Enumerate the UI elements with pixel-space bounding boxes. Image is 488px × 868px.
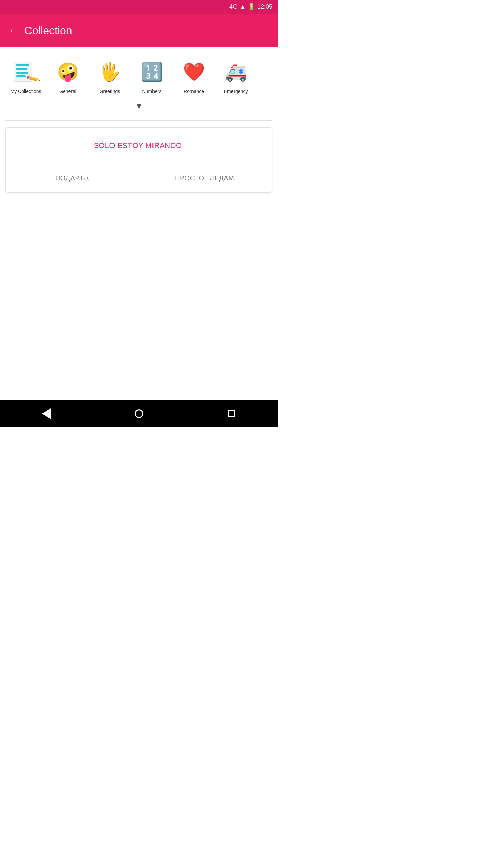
- emergency-emoji: 🚑: [225, 63, 247, 81]
- category-label-emergency: Emergency: [224, 88, 248, 94]
- bottom-nav: [0, 400, 278, 427]
- romance-emoji: ❤️: [183, 63, 205, 81]
- nav-home-button[interactable]: [129, 403, 149, 424]
- signal-icon: ▲: [240, 3, 246, 11]
- category-item-emergency[interactable]: 🚑 Emergency: [216, 54, 256, 98]
- category-label-my-collections: My Collections: [10, 88, 41, 94]
- category-item-romance[interactable]: ❤️ Romance: [174, 54, 214, 98]
- app-bar: ← Collection: [0, 14, 278, 47]
- numbers-emoji: 🔢: [141, 63, 163, 81]
- category-item-numbers[interactable]: 🔢 Numbers: [131, 54, 172, 98]
- back-nav-icon: [42, 408, 51, 419]
- section-divider: [5, 120, 272, 121]
- chevron-down-icon: ▾: [137, 101, 141, 111]
- phrase-translations: ПОДАРЪК ПРОСТО ГЛЕДАМ.: [6, 164, 272, 192]
- emergency-icon: 🚑: [222, 58, 249, 85]
- category-section: ✏️ My Collections 🤪 General 🖐️ Greetings…: [0, 47, 278, 120]
- category-label-general: General: [59, 88, 76, 94]
- phrase-main: SÓLO ESTOY MIRANDO.: [6, 128, 272, 164]
- category-item-general[interactable]: 🤪 General: [47, 54, 88, 98]
- general-emoji: 🤪: [57, 63, 79, 81]
- phrase-translation-left[interactable]: ПОДАРЪК: [6, 164, 139, 192]
- phrase-main-text: SÓLO ESTOY MIRANDO.: [94, 141, 184, 150]
- phrase-translation-right-text: ПРОСТО ГЛЕДАМ.: [175, 174, 236, 182]
- back-button[interactable]: ←: [8, 25, 18, 36]
- phrase-translation-right[interactable]: ПРОСТО ГЛЕДАМ.: [139, 164, 272, 192]
- greetings-emoji: 🖐️: [99, 63, 121, 81]
- category-row: ✏️ My Collections 🤪 General 🖐️ Greetings…: [5, 54, 272, 98]
- status-bar: 4G ▲ 🔋 12:05: [0, 0, 278, 14]
- category-label-numbers: Numbers: [142, 88, 162, 94]
- app-bar-title: Collection: [24, 24, 72, 37]
- battery-icon: 🔋: [248, 3, 255, 11]
- nav-recent-button[interactable]: [221, 403, 242, 424]
- my-collections-icon: ✏️: [12, 58, 39, 85]
- expand-button[interactable]: ▾: [137, 100, 141, 112]
- back-arrow-icon: ←: [8, 25, 18, 36]
- network-indicator: 4G: [229, 3, 238, 11]
- status-icons: 4G ▲ 🔋 12:05: [229, 3, 272, 11]
- general-icon: 🤪: [54, 58, 81, 85]
- home-nav-icon: [135, 409, 143, 418]
- chevron-row: ▾: [5, 98, 272, 117]
- numbers-icon: 🔢: [138, 58, 165, 85]
- greetings-icon: 🖐️: [96, 58, 123, 85]
- category-item-greetings[interactable]: 🖐️ Greetings: [89, 54, 130, 98]
- nav-back-button[interactable]: [36, 403, 57, 424]
- recent-nav-icon: [228, 410, 235, 417]
- category-item-my-collections[interactable]: ✏️ My Collections: [5, 54, 46, 98]
- category-label-romance: Romance: [184, 88, 204, 94]
- phrase-translation-left-text: ПОДАРЪК: [55, 174, 89, 182]
- phrase-card: SÓLO ESTOY MIRANDO. ПОДАРЪК ПРОСТО ГЛЕДА…: [5, 127, 272, 193]
- romance-icon: ❤️: [180, 58, 207, 85]
- clock: 12:05: [257, 3, 272, 11]
- category-label-greetings: Greetings: [100, 88, 120, 94]
